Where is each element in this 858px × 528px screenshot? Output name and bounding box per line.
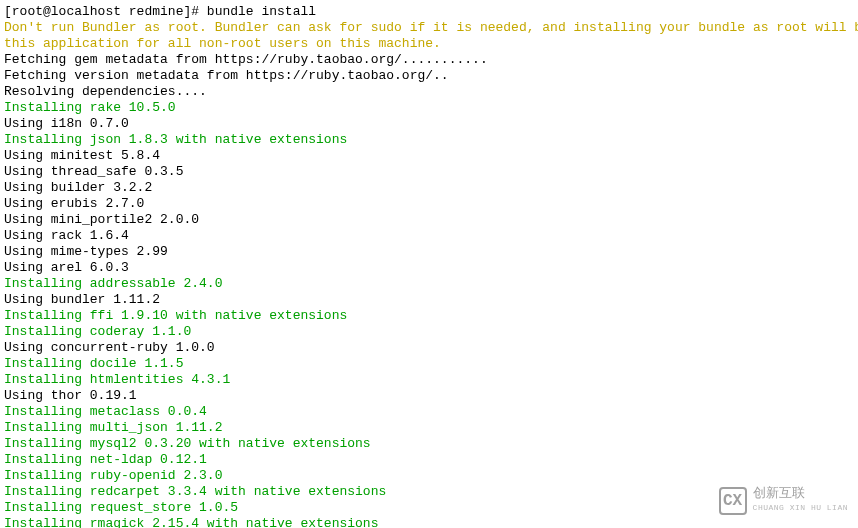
terminal-line: Installing docile 1.1.5 <box>4 356 854 372</box>
terminal-line: Using thread_safe 0.3.5 <box>4 164 854 180</box>
watermark: CX 创新互联 CHUANG XIN HU LIAN <box>719 486 848 516</box>
terminal-line: Installing addressable 2.4.0 <box>4 276 854 292</box>
terminal-line: Installing metaclass 0.0.4 <box>4 404 854 420</box>
terminal-line: Using concurrent-ruby 1.0.0 <box>4 340 854 356</box>
terminal-line: Resolving dependencies.... <box>4 84 854 100</box>
terminal-lines: Fetching gem metadata from https://ruby.… <box>4 52 854 528</box>
terminal-warning: Don't run Bundler as root. Bundler can a… <box>4 20 854 52</box>
terminal-line: Using minitest 5.8.4 <box>4 148 854 164</box>
watermark-logo: CX <box>719 487 747 515</box>
terminal-line: Installing rmagick 2.15.4 with native ex… <box>4 516 854 528</box>
terminal-line: Using erubis 2.7.0 <box>4 196 854 212</box>
terminal-line: Fetching version metadata from https://r… <box>4 68 854 84</box>
terminal-line: Installing json 1.8.3 with native extens… <box>4 132 854 148</box>
terminal-line: Using arel 6.0.3 <box>4 260 854 276</box>
terminal-prompt: [root@localhost redmine]# bundle install <box>4 4 854 20</box>
watermark-label: 创新互联 <box>753 486 848 500</box>
terminal-line: Installing ruby-openid 2.3.0 <box>4 468 854 484</box>
terminal-line: Installing multi_json 1.11.2 <box>4 420 854 436</box>
terminal-line: Fetching gem metadata from https://ruby.… <box>4 52 854 68</box>
watermark-text-block: 创新互联 CHUANG XIN HU LIAN <box>753 486 848 516</box>
terminal-line: Installing rake 10.5.0 <box>4 100 854 116</box>
terminal-line: Using thor 0.19.1 <box>4 388 854 404</box>
terminal-line: Installing net-ldap 0.12.1 <box>4 452 854 468</box>
terminal-line: Installing coderay 1.1.0 <box>4 324 854 340</box>
terminal-line: Using mini_portile2 2.0.0 <box>4 212 854 228</box>
terminal-line: Installing mysql2 0.3.20 with native ext… <box>4 436 854 452</box>
terminal-line: Using builder 3.2.2 <box>4 180 854 196</box>
terminal-line: Using mime-types 2.99 <box>4 244 854 260</box>
terminal-line: Installing htmlentities 4.3.1 <box>4 372 854 388</box>
terminal-line: Using bundler 1.11.2 <box>4 292 854 308</box>
terminal-line: Using rack 1.6.4 <box>4 228 854 244</box>
terminal-line: Using i18n 0.7.0 <box>4 116 854 132</box>
terminal-output: [root@localhost redmine]# bundle install… <box>4 4 854 528</box>
terminal-line: Installing ffi 1.9.10 with native extens… <box>4 308 854 324</box>
watermark-sublabel: CHUANG XIN HU LIAN <box>753 500 848 516</box>
